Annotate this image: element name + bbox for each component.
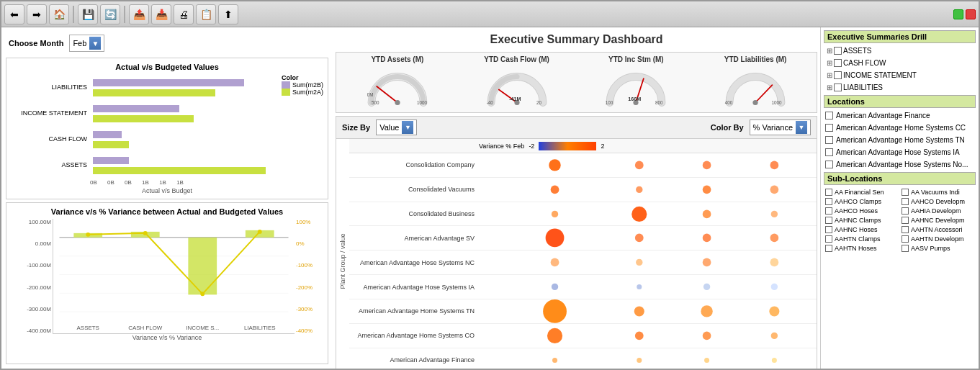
- subloc-2: AAHCO Clamps: [824, 197, 899, 206]
- loc-item-2: American Advantage Home Systems TN: [824, 135, 976, 145]
- svg-point-65: [547, 328, 562, 343]
- subloc-label-8: AAHNC Hoses: [835, 226, 878, 233]
- svg-point-72: [772, 358, 777, 363]
- save-btn[interactable]: 💾: [78, 4, 98, 24]
- back-btn[interactable]: ⬅: [4, 4, 24, 24]
- bubble-row-0: Consolidation Company: [349, 153, 817, 178]
- bubble-data-1: [479, 178, 817, 202]
- gauge-liabilities-title: YTD Liabilities (M): [697, 55, 814, 63]
- toolbar: ⬅ ➡ 🏠 💾 🔄 📤 📥 🖨 📋 ⬆: [1, 1, 979, 27]
- svg-point-41: [551, 185, 559, 194]
- loc-check-3[interactable]: [825, 148, 833, 156]
- forward-btn[interactable]: ➡: [27, 4, 47, 24]
- bubble-row-6: American Advantage Home Systems TN: [349, 299, 817, 324]
- subloc-check-10[interactable]: [825, 235, 832, 243]
- loc-check-2[interactable]: [825, 136, 833, 144]
- maximize-btn[interactable]: [953, 9, 963, 19]
- subloc-check-0[interactable]: [825, 189, 832, 196]
- svg-text:INCOME S...: INCOME S...: [186, 325, 219, 331]
- svg-point-13: [258, 230, 262, 234]
- subloc-check-3[interactable]: [902, 198, 909, 205]
- month-selector: Choose Month Feb ▼: [6, 32, 328, 55]
- variance-x-label: Variance v/s % Variance: [11, 334, 323, 341]
- subloc-check-1[interactable]: [902, 189, 909, 196]
- color-dropdown-btn[interactable]: ▼: [796, 121, 807, 134]
- import-btn[interactable]: 📥: [151, 4, 171, 24]
- main-window: ⬅ ➡ 🏠 💾 🔄 📤 📥 🖨 📋 ⬆ Choose Month Feb ▼: [0, 0, 980, 370]
- subloc-label-4: AAHCO Hoses: [835, 207, 878, 215]
- gauge-cashflow: YTD Cash Flow (M) -40 20 -41M: [459, 55, 575, 109]
- gauge-cashflow-title: YTD Cash Flow (M): [459, 55, 575, 63]
- bubble-grid: Variance % Feb -2 2 Consolidation Compan…: [349, 139, 817, 369]
- subloc-check-8[interactable]: [825, 226, 832, 233]
- upload-btn[interactable]: ⬆: [218, 4, 238, 24]
- drill-incstm-check[interactable]: [834, 71, 842, 79]
- gauge-liabilities: YTD Liabilities (M) 400 1000: [697, 55, 814, 109]
- svg-point-64: [769, 306, 779, 316]
- drill-liabilities-check[interactable]: [834, 84, 842, 91]
- svg-point-12: [200, 292, 204, 296]
- refresh-btn[interactable]: 🔄: [100, 4, 120, 24]
- svg-text:20: 20: [536, 100, 542, 105]
- home-btn[interactable]: 🏠: [49, 4, 69, 24]
- loc-check-0[interactable]: [825, 112, 833, 119]
- gauge-assets-svg: 500 1000 0M: [365, 65, 430, 108]
- drill-incstm-label: INCOME STATEMENT: [843, 71, 917, 79]
- subloc-check-11[interactable]: [902, 235, 909, 243]
- svg-point-39: [703, 161, 711, 170]
- subloc-13: AASV Pumps: [900, 244, 976, 253]
- bar-label-3: ASSETS: [11, 161, 87, 168]
- gauge-incstm-title: YTD Inc Stm (M): [578, 55, 695, 63]
- subloc-11: AAHTN Developm: [900, 235, 976, 243]
- subloc-label-7: AAHNC Developm: [911, 217, 965, 224]
- bubble-data-6: [479, 299, 817, 323]
- svg-point-54: [636, 259, 642, 266]
- gauge-incstm: YTD Inc Stm (M) 100 800 166M: [578, 55, 695, 109]
- subloc-check-2[interactable]: [825, 198, 832, 205]
- svg-point-66: [635, 331, 644, 340]
- copy-btn[interactable]: 📋: [196, 4, 216, 24]
- bubble-chart-area: Plant Group / value Variance % Feb -2 2: [336, 139, 817, 369]
- color-select[interactable]: % Variance ▼: [750, 119, 811, 135]
- size-select[interactable]: Value ▼: [376, 119, 417, 135]
- loc-label-0: American Advantage Finance: [836, 112, 930, 119]
- subloc-check-5[interactable]: [902, 207, 909, 215]
- bubble-data-2: [479, 202, 817, 226]
- print-btn[interactable]: 🖨: [174, 4, 194, 24]
- drill-assets-check[interactable]: [834, 47, 842, 55]
- legend-actual: Sum(m2A): [282, 89, 323, 96]
- subloc-check-4[interactable]: [825, 207, 832, 215]
- loc-item-0: American Advantage Finance: [824, 111, 976, 120]
- subloc-label-3: AAHCO Developm: [911, 198, 965, 205]
- close-btn[interactable]: [966, 9, 976, 19]
- svg-point-51: [703, 234, 711, 243]
- svg-point-70: [637, 358, 642, 363]
- svg-rect-8: [188, 238, 217, 295]
- size-label: Size By: [342, 123, 370, 132]
- bubble-row-7: American Advantage Home Systems CO: [349, 324, 817, 348]
- subloc-check-9[interactable]: [902, 226, 909, 233]
- drill-cashflow-check[interactable]: [834, 59, 842, 67]
- subloc-check-12[interactable]: [825, 245, 832, 252]
- svg-text:500: 500: [372, 100, 379, 105]
- loc-check-1[interactable]: [825, 124, 833, 132]
- bubble-data-8: [479, 348, 817, 369]
- svg-point-34: [753, 100, 758, 105]
- month-dropdown[interactable]: Feb ▼: [69, 35, 104, 52]
- variance-chart-title: Variance v/s % Variance between Actual a…: [11, 207, 323, 216]
- svg-point-38: [635, 161, 644, 170]
- subloc-check-6[interactable]: [825, 217, 832, 224]
- subloc-check-13[interactable]: [902, 245, 909, 252]
- bubble-row-1: Consolidated Vacuums: [349, 178, 817, 202]
- loc-check-4[interactable]: [825, 161, 833, 168]
- size-dropdown-btn[interactable]: ▼: [402, 121, 413, 134]
- month-dropdown-arrow[interactable]: ▼: [89, 37, 101, 50]
- subloc-check-7[interactable]: [902, 217, 909, 224]
- export-btn[interactable]: 📤: [129, 4, 149, 24]
- loc-label-4: American Advantage Hose Systems No...: [836, 161, 968, 168]
- bubble-y-axis-label: Plant Group / value: [336, 139, 349, 369]
- gauge-row: YTD Assets (M): [336, 52, 817, 113]
- sep1: [73, 6, 74, 23]
- svg-point-71: [704, 358, 709, 363]
- drill-cashflow-label: CASH FLOW: [843, 59, 886, 67]
